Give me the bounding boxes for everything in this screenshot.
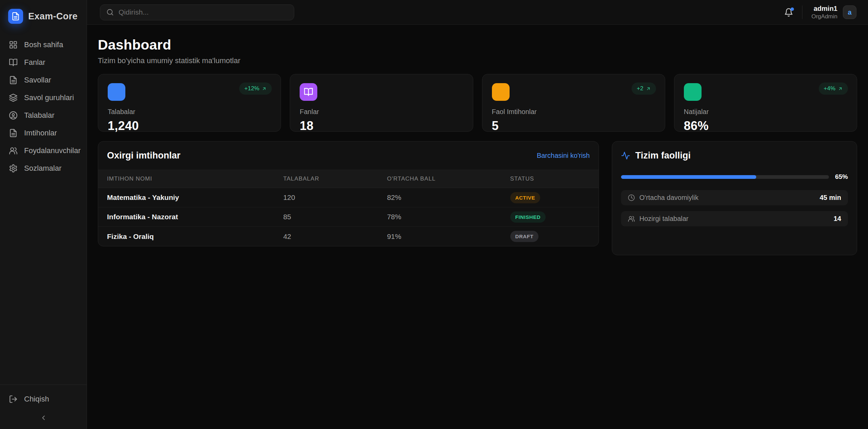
stat-card-label: Faol Imtihonlar <box>492 108 655 116</box>
sidebar-footer: Chiqish <box>0 385 87 429</box>
col-header-students: TALABALAR <box>283 175 387 182</box>
stat-card-value: 18 <box>300 119 463 133</box>
gear-icon <box>9 164 18 173</box>
user-name: admin1 <box>811 5 837 13</box>
exam-name: Fizika - Oraliq <box>107 232 283 241</box>
stat-card-talabalar: +12% Talabalar 1,240 <box>98 74 281 132</box>
sidebar-collapse-button[interactable] <box>0 408 87 426</box>
table-row: Matematika - Yakuniy 120 82% ACTIVE <box>98 188 599 207</box>
avatar[interactable]: a <box>843 5 856 19</box>
search-box[interactable] <box>100 4 294 20</box>
arrow-up-right-icon <box>646 86 651 91</box>
topbar-right: admin1 OrgAdmin a <box>784 5 856 20</box>
sidebar-item-bosh-sahifa[interactable]: Bosh sahifa <box>0 36 87 54</box>
logout-button[interactable]: Chiqish <box>0 390 87 408</box>
activity-progress: 65% <box>621 173 848 181</box>
sidebar-item-label: Savollar <box>24 76 51 85</box>
sidebar-item-label: Sozlamalar <box>24 164 61 173</box>
table-title: Oxirgi imtihonlar <box>107 150 180 161</box>
activity-title: Tizim faolligi <box>635 150 691 161</box>
trend-badge: +2 <box>632 82 656 95</box>
app-root: Exam-Core Bosh sahifa Fanlar Savollar Sa… <box>0 0 868 429</box>
stat-card-label: Natijalar <box>684 108 847 116</box>
exam-avg-score: 91% <box>387 232 510 241</box>
sidebar-item-label: Foydalanuvchilar <box>24 146 81 155</box>
stat-card-value: 86% <box>684 119 847 133</box>
exam-avg-score: 78% <box>387 213 510 221</box>
logout-label: Chiqish <box>24 395 49 404</box>
stat-row-avg-duration: O'rtacha davomiylik 45 min <box>621 190 848 205</box>
sidebar-item-fanlar[interactable]: Fanlar <box>0 54 87 71</box>
table-column-headers: IMTIHON NOMI TALABALAR O'RTACHA BALL STA… <box>98 170 599 188</box>
sidebar-nav: Bosh sahifa Fanlar Savollar Savol guruhl… <box>0 34 87 385</box>
sidebar-item-savol-guruhlari[interactable]: Savol guruhlari <box>0 89 87 107</box>
sidebar-item-foydalanuvchilar[interactable]: Foydalanuvchilar <box>0 142 87 160</box>
main-column: admin1 OrgAdmin a Dashboard Tizim bo'yic… <box>87 0 868 429</box>
stat-card-label: Talabalar <box>108 108 271 116</box>
sidebar-item-talabalar[interactable]: Talabalar <box>0 107 87 124</box>
activity-head: Tizim faolligi <box>621 150 848 161</box>
notifications-button[interactable] <box>784 8 793 17</box>
exam-students: 85 <box>283 213 387 221</box>
stat-label: Hozirgi talabalar <box>639 215 689 223</box>
stat-value: 45 min <box>820 194 841 202</box>
panels-row: Oxirgi imtihonlar Barchasini ko'rish IMT… <box>98 141 857 255</box>
search-input[interactable] <box>119 8 288 16</box>
sidebar-item-label: Talabalar <box>24 111 54 120</box>
table-row: Informatika - Nazorat 85 78% FINISHED <box>98 207 599 227</box>
file-text-icon <box>9 129 18 137</box>
user-menu[interactable]: admin1 OrgAdmin a <box>811 5 856 20</box>
user-role: OrgAdmin <box>811 13 837 20</box>
col-header-avg-score: O'RTACHA BALL <box>387 175 510 182</box>
arrow-up-right-icon <box>262 86 267 91</box>
sidebar-item-label: Fanlar <box>24 58 45 67</box>
stat-card-faol-imtihonlar: +2 Faol Imtihonlar 5 <box>482 74 665 132</box>
sidebar-item-label: Imtihonlar <box>24 129 57 137</box>
chevron-left-icon <box>40 414 47 422</box>
book-open-icon <box>300 83 317 101</box>
table-row: Fizika - Oraliq 42 91% DRAFT <box>98 227 599 246</box>
students-icon <box>108 83 125 101</box>
progress-fill <box>621 175 756 179</box>
sidebar-item-sozlamalar[interactable]: Sozlamalar <box>0 160 87 177</box>
col-header-status: STATUS <box>510 175 590 182</box>
stat-card-fanlar: Fanlar 18 <box>290 74 473 132</box>
sidebar-item-imtihonlar[interactable]: Imtihonlar <box>0 124 87 142</box>
status-badge: FINISHED <box>510 211 546 223</box>
sidebar-item-label: Savol guruhlari <box>24 93 74 102</box>
layers-icon <box>9 93 18 102</box>
recent-exams-panel: Oxirgi imtihonlar Barchasini ko'rish IMT… <box>98 141 599 246</box>
stat-card-natijalar: +4% Natijalar 86% <box>674 74 857 132</box>
view-all-link[interactable]: Barchasini ko'rish <box>537 152 590 160</box>
sidebar-item-savollar[interactable]: Savollar <box>0 71 87 89</box>
stat-value: 14 <box>834 215 841 223</box>
col-header-exam-name: IMTIHON NOMI <box>107 175 283 182</box>
system-activity-panel: Tizim faolligi 65% O'rtacha davomiylik <box>612 141 857 255</box>
topbar: admin1 OrgAdmin a <box>87 0 868 25</box>
book-open-icon <box>9 58 18 67</box>
exam-name: Informatika - Nazorat <box>107 213 283 221</box>
trend-badge: +12% <box>239 82 272 95</box>
activity-pulse-icon <box>621 151 630 160</box>
status-badge: ACTIVE <box>510 192 541 203</box>
progress-percent-label: 65% <box>835 173 848 181</box>
page-title: Dashboard <box>98 37 857 53</box>
stat-cards: +12% Talabalar 1,240 Fanlar 18 <box>98 74 857 132</box>
brand: Exam-Core <box>0 0 87 34</box>
exam-students: 42 <box>283 232 387 241</box>
stat-card-label: Fanlar <box>300 108 463 116</box>
user-circle-icon <box>9 111 18 120</box>
brand-name: Exam-Core <box>28 11 77 22</box>
notification-dot <box>791 7 794 11</box>
stat-card-value: 5 <box>492 119 655 133</box>
sidebar: Exam-Core Bosh sahifa Fanlar Savollar Sa… <box>0 0 87 429</box>
arrow-up-right-icon <box>838 86 843 91</box>
exam-students: 120 <box>283 193 387 202</box>
exam-name: Matematika - Yakuniy <box>107 193 283 202</box>
active-exams-icon <box>492 83 510 101</box>
sidebar-item-label: Bosh sahifa <box>24 40 63 49</box>
file-text-icon <box>9 76 18 85</box>
stat-card-value: 1,240 <box>108 119 271 133</box>
content: Dashboard Tizim bo'yicha umumiy statisti… <box>87 25 868 429</box>
topbar-divider <box>802 5 802 19</box>
